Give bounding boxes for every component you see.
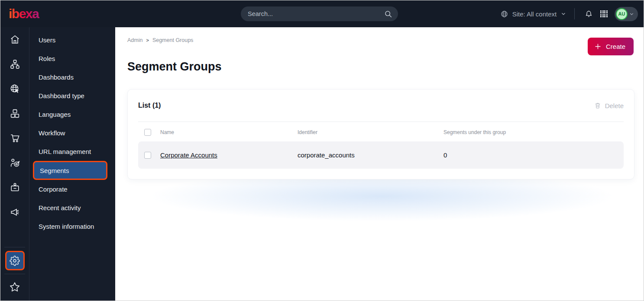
site-context-selector[interactable]: Site: All context (500, 10, 567, 18)
app-window: ibexa Site: All context (0, 0, 644, 301)
menu-item-label: Dashboards (39, 74, 74, 81)
menu-item-label: System information (39, 223, 94, 230)
logo-text: ibexa (9, 6, 39, 21)
sidebar-item-system-information[interactable]: System information (29, 217, 115, 236)
sidebar-item-dashboard[interactable] (0, 27, 29, 52)
delete-button-label: Delete (605, 102, 624, 109)
breadcrumb-current: Segment Groups (152, 37, 194, 43)
admin-menu: Users Roles Dashboards Dashboard type La… (29, 27, 115, 301)
create-button[interactable]: Create (588, 38, 634, 55)
notifications-bell-icon (584, 10, 593, 19)
sidebar-item-personalization[interactable] (0, 150, 29, 175)
sidebar-item-url-management[interactable]: URL management (29, 142, 115, 161)
breadcrumb: Admin > Segment Groups (127, 37, 193, 43)
sidebar: Users Roles Dashboards Dashboard type La… (0, 27, 115, 301)
rail-divider (4, 274, 25, 274)
apps-menu-button[interactable] (597, 10, 611, 18)
card-glow-decoration (125, 171, 639, 231)
column-header-segments-count: Segments under this group (443, 129, 624, 135)
sidebar-item-bookmarks[interactable] (9, 277, 20, 297)
settings-gear-icon (10, 256, 20, 266)
sidebar-item-site-management[interactable] (0, 77, 29, 101)
sidebar-item-product-catalog[interactable] (0, 101, 29, 126)
column-header-identifier: Identifier (298, 129, 438, 135)
customer-portal-icon (10, 182, 20, 193)
sidebar-item-commerce[interactable] (0, 126, 29, 150)
product-catalog-icon (10, 108, 20, 119)
table-row: Corporate Accounts corporate_accounts 0 (138, 141, 624, 169)
menu-item-label: Roles (39, 55, 55, 62)
sidebar-item-admin-settings-active[interactable] (5, 251, 25, 270)
segment-group-identifier: corporate_accounts (298, 151, 438, 159)
page-title: Segment Groups (127, 60, 222, 74)
sidebar-item-customer-portal[interactable] (0, 175, 29, 200)
menu-item-label: Segments (40, 167, 69, 174)
user-menu[interactable]: AU (615, 7, 638, 21)
topbar-right-controls: Site: All context (500, 0, 638, 27)
top-bar: ibexa Site: All context (0, 0, 644, 27)
ibexa-logo-icon: ibexa (8, 6, 48, 22)
apps-grid-icon (600, 10, 608, 18)
topbar-divider (574, 8, 575, 19)
home-icon (10, 34, 20, 45)
sidebar-item-recent-activity[interactable]: Recent activity (29, 199, 115, 217)
marketing-icon (10, 207, 20, 218)
table-header-row: Name Identifier Segments under this grou… (128, 122, 634, 141)
menu-item-label: Languages (39, 111, 71, 118)
sidebar-item-workflow[interactable]: Workflow (29, 124, 115, 142)
menu-item-label: Users (39, 36, 55, 44)
menu-item-label: Dashboard type (39, 92, 84, 99)
plus-icon (594, 43, 602, 50)
sidebar-item-marketing[interactable] (0, 200, 29, 224)
breadcrumb-admin[interactable]: Admin (127, 37, 142, 43)
main-content: Admin > Segment Groups Segment Groups Cr… (115, 27, 644, 301)
global-search (241, 6, 398, 21)
list-panel-header: List (1) Delete (128, 90, 634, 122)
chevron-down-icon (629, 11, 634, 17)
menu-item-label: URL management (39, 148, 91, 155)
avatar: AU (616, 8, 628, 20)
menu-item-label: Corporate (39, 186, 68, 193)
icon-rail-bottom (0, 245, 29, 297)
segment-groups-list-panel: List (1) Delete Name Identifier (127, 89, 634, 179)
list-title: List (1) (138, 102, 161, 109)
sidebar-item-dashboards[interactable]: Dashboards (29, 68, 115, 86)
create-button-label: Create (606, 43, 625, 50)
personalization-icon (10, 157, 20, 168)
icon-rail (0, 27, 29, 301)
search-input[interactable] (241, 6, 398, 21)
sidebar-item-corporate[interactable]: Corporate (29, 180, 115, 199)
site-globe-icon (500, 10, 508, 18)
trash-icon (594, 102, 601, 109)
rail-divider (4, 247, 25, 247)
commerce-cart-icon (10, 133, 20, 144)
delete-button[interactable]: Delete (594, 102, 624, 109)
column-header-name: Name (160, 129, 292, 135)
sidebar-item-languages[interactable]: Languages (29, 105, 115, 124)
breadcrumb-separator: > (146, 38, 149, 43)
sidebar-item-users[interactable]: Users (29, 31, 115, 49)
segment-group-count: 0 (443, 151, 624, 159)
menu-item-label: Workflow (39, 129, 65, 137)
sidebar-item-segments-active[interactable]: Segments (33, 161, 107, 180)
bookmarks-star-icon (9, 282, 20, 293)
ibexa-logo[interactable]: ibexa (8, 6, 48, 22)
site-management-icon (10, 83, 20, 94)
chevron-down-icon (560, 11, 566, 17)
sidebar-item-content[interactable] (0, 52, 29, 77)
segment-group-name-link[interactable]: Corporate Accounts (160, 151, 292, 159)
site-context-label: Site: All context (512, 10, 557, 18)
sidebar-item-dashboard-type[interactable]: Dashboard type (29, 86, 115, 105)
notifications-button[interactable] (581, 10, 597, 19)
row-checkbox[interactable] (144, 152, 151, 159)
content-structure-icon (10, 59, 20, 70)
sidebar-item-roles[interactable]: Roles (29, 49, 115, 68)
menu-item-label: Recent activity (39, 204, 81, 211)
select-all-checkbox[interactable] (144, 129, 151, 136)
